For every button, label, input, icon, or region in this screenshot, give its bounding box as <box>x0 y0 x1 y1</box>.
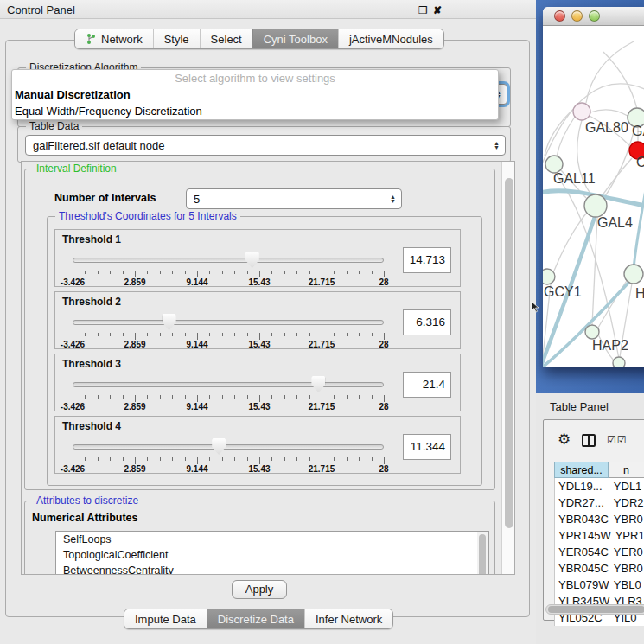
slider-tick <box>185 395 186 399</box>
slider-tick <box>347 395 348 399</box>
slider-tick-label: 28 <box>379 402 388 411</box>
slider-tick <box>172 333 173 336</box>
table-row[interactable]: YBR045CYBR0 <box>555 560 644 577</box>
slider-tick <box>123 457 124 461</box>
gear-icon[interactable]: ⚙ <box>558 430 571 449</box>
tab-style[interactable]: Style <box>153 29 200 48</box>
network-node-GAL4[interactable] <box>584 194 607 217</box>
slider-thumb[interactable] <box>212 438 226 455</box>
network-edge[interactable] <box>592 217 597 325</box>
threshold-slider-1[interactable]: -3.4262.8599.14415.4321.71528 <box>66 249 386 287</box>
tab-select[interactable]: Select <box>200 29 252 48</box>
zoom-window-icon[interactable] <box>589 10 600 22</box>
slider-tick <box>222 271 223 274</box>
threshold-value-field[interactable]: 14.713 <box>403 247 451 273</box>
table-data-combo[interactable]: galFiltered.sif default node ▲▼ <box>25 135 506 156</box>
slider-thumb[interactable] <box>311 376 325 392</box>
table-cell: YDL1 <box>609 478 644 494</box>
slider-tick <box>85 333 86 336</box>
threshold-slider-4[interactable]: -3.4262.8599.14415.4321.71528 <box>66 436 386 474</box>
network-node-GCY1[interactable] <box>543 269 555 284</box>
slider-tick <box>322 271 322 277</box>
close-window-icon[interactable] <box>554 10 565 22</box>
network-edge[interactable] <box>590 110 628 116</box>
float-panel-icon[interactable]: ❒ <box>418 4 428 16</box>
network-edge[interactable] <box>554 214 586 271</box>
viewport-scrollbar[interactable] <box>501 162 515 575</box>
table-cell: YER054C <box>555 544 609 560</box>
slider-tick <box>296 395 297 399</box>
network-node-edge-node[interactable] <box>613 357 625 367</box>
attributes-scrollbar[interactable] <box>477 532 488 575</box>
table-row[interactable]: YER054CYER0 <box>555 544 644 560</box>
number-of-intervals-combo[interactable]: 5 ▲▼ <box>186 188 402 209</box>
tab-label: jActiveMNodules <box>349 33 433 46</box>
attribute-item[interactable]: BetweennessCentrality <box>56 563 488 575</box>
table-row[interactable]: YBL079WYBL0 <box>555 577 644 593</box>
slider-track[interactable] <box>73 320 384 325</box>
slider-track[interactable] <box>73 444 384 450</box>
node-table[interactable]: shared...n YDL19...YDL1YDR27...YDR2YBR04… <box>554 462 644 626</box>
network-node-GAL80[interactable] <box>573 103 590 120</box>
number-of-intervals-label: Number of Intervals <box>54 192 156 204</box>
popup-option-manual[interactable]: Manual Discretization <box>12 86 498 103</box>
network-node-HAP2[interactable] <box>585 325 599 339</box>
network-canvas[interactable]: GAL80GACGAL11GAL4GCY1HHAP2 <box>543 26 644 367</box>
slider-tick <box>247 333 248 336</box>
network-edge[interactable] <box>603 52 637 109</box>
threshold-panel-1: Threshold 1-3.4262.8599.14415.4321.71528… <box>54 229 461 287</box>
network-node-GAL11[interactable] <box>545 156 563 173</box>
checkbox-columns-icon[interactable]: ☑☑ <box>607 434 628 446</box>
slider-thumb[interactable] <box>163 314 176 330</box>
table-column-header-2[interactable]: n <box>609 462 644 478</box>
network-window-frame: GAL80GACGAL11GAL4GCY1HHAP2 <box>536 0 644 393</box>
tab-discretize-data[interactable]: Discretize Data <box>207 609 304 628</box>
table-panel-title: Table Panel <box>550 400 609 413</box>
table-column-header-1[interactable]: shared... <box>554 462 609 478</box>
slider-tick <box>372 457 373 461</box>
threshold-value-field[interactable]: 6.316 <box>403 309 451 335</box>
table-cell: YDR2 <box>609 494 644 511</box>
network-edge[interactable] <box>586 41 634 103</box>
network-node-H[interactable] <box>624 265 643 284</box>
tab-infer-network[interactable]: Infer Network <box>304 609 392 628</box>
table-cell: YPR145W <box>555 527 611 544</box>
right-workspace: GAL80GACGAL11GAL4GCY1HHAP2 Table Panel ⚙… <box>536 0 644 644</box>
threshold-slider-2[interactable]: -3.4262.8599.14415.4321.71528 <box>66 311 386 349</box>
slider-track[interactable] <box>73 382 384 387</box>
threshold-value-field[interactable]: 21.4 <box>403 372 451 398</box>
slider-tick <box>172 395 173 399</box>
slider-tick <box>222 333 223 336</box>
attribute-item[interactable]: TopologicalCoefficient <box>56 547 488 563</box>
network-node-label: GAL80 <box>585 120 628 135</box>
table-hscrollbar[interactable] <box>545 604 644 615</box>
slider-tick-label: 2.859 <box>124 402 145 411</box>
threshold-slider-3[interactable]: -3.4262.8599.14415.4321.71528 <box>66 373 386 411</box>
apply-button[interactable]: Apply <box>232 580 287 599</box>
slider-thumb[interactable] <box>245 252 259 268</box>
numerical-attributes-list[interactable]: SelfLoopsTopologicalCoefficientBetweenne… <box>55 531 489 575</box>
slider-tick <box>147 271 148 274</box>
slider-tick <box>135 457 136 464</box>
table-row[interactable]: YBR043CYBR0 <box>555 511 644 527</box>
network-window-titlebar[interactable] <box>543 7 644 26</box>
tab-cyni-toolbox[interactable]: Cyni Toolbox <box>252 29 338 48</box>
attribute-item[interactable]: SelfLoops <box>56 532 488 547</box>
slider-tick <box>110 457 111 461</box>
slider-track[interactable] <box>73 258 384 263</box>
minimize-window-icon[interactable] <box>571 10 583 22</box>
slider-tick-label: -3.426 <box>61 402 85 411</box>
tab-network[interactable]: Network <box>75 29 153 48</box>
threshold-value-field[interactable]: 11.344 <box>403 434 451 460</box>
table-row[interactable]: YPR145WYPR1 <box>555 527 644 544</box>
popup-option-equal-width[interactable]: Equal Width/Frequency Discretization <box>12 103 498 119</box>
network-edge[interactable] <box>557 117 575 156</box>
table-row[interactable]: YDR27...YDR2 <box>555 494 644 511</box>
table-row[interactable]: YDL19...YDL1 <box>555 478 644 494</box>
close-panel-icon[interactable]: ✘ <box>433 4 442 16</box>
tab-impute-data[interactable]: Impute Data <box>124 609 207 628</box>
split-columns-icon[interactable] <box>582 434 596 447</box>
network-thick-edge[interactable] <box>634 180 644 269</box>
tab-jactivemnodules[interactable]: jActiveMNodules <box>338 29 443 48</box>
slider-tick <box>271 271 272 274</box>
